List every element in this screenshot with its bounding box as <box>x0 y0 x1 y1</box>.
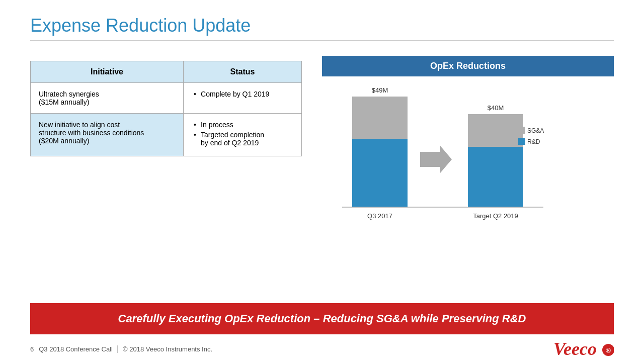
footer-separator: | <box>117 344 119 353</box>
svg-text:®: ® <box>606 347 611 354</box>
status-cell-2: In process Targeted completionby end of … <box>184 114 302 156</box>
initiative-cell-1: Ultratech synergies($15M annually) <box>31 83 184 114</box>
svg-text:Veeco: Veeco <box>553 339 597 358</box>
bar-sga-target <box>468 114 523 147</box>
opex-header: OpEx Reductions <box>322 56 614 76</box>
chart-section: OpEx Reductions $49M $40M <box>322 56 614 239</box>
initiative-table: Initiative Status Ultratech synergies($1… <box>30 61 302 156</box>
status-bullet: In process <box>192 121 293 129</box>
x-label-target: Target Q2 2019 <box>473 212 518 220</box>
opex-chart: $49M $40M Q3 2017 Target Q2 2019 SG&A <box>322 81 558 237</box>
status-bullet: Targeted completionby end of Q2 2019 <box>192 131 293 147</box>
footer: 6 Q3 2018 Conference Call | © 2018 Veeco… <box>0 336 644 362</box>
arrow-icon <box>420 146 452 173</box>
legend-rd-label: R&D <box>527 138 540 145</box>
slide: Expense Reduction Update Initiative Stat… <box>0 0 644 362</box>
footer-bottom: 6 Q3 2018 Conference Call | © 2018 Veeco… <box>30 336 614 362</box>
bar-sga-q3 <box>352 97 408 139</box>
veeco-svg: Veeco ® <box>553 336 614 358</box>
bar-label-q3: $49M <box>372 86 388 94</box>
veeco-logo-text: Veeco ® <box>553 336 614 362</box>
footer-conference: Q3 2018 Conference Call <box>39 345 113 353</box>
veeco-logo: Veeco ® <box>553 336 614 362</box>
page-title: Expense Reduction Update <box>30 15 614 36</box>
bottom-banner: Carefully Executing OpEx Reduction – Red… <box>30 303 614 334</box>
status-bullet: Complete by Q1 2019 <box>192 90 293 98</box>
status-cell-1: Complete by Q1 2019 <box>184 83 302 114</box>
x-label-q3: Q3 2017 <box>367 212 392 220</box>
banner-text: Carefully Executing OpEx Reduction – Red… <box>118 312 526 325</box>
content-area: Initiative Status Ultratech synergies($1… <box>0 46 644 244</box>
col1-header: Initiative <box>31 61 184 83</box>
bar-label-target: $40M <box>488 104 504 112</box>
col2-header: Status <box>184 61 302 83</box>
legend-rd-color <box>518 138 525 145</box>
table-section: Initiative Status Ultratech synergies($1… <box>30 56 302 239</box>
footer-copyright: © 2018 Veeco Instruments Inc. <box>123 345 212 353</box>
legend-sga-label: SG&A <box>527 127 544 134</box>
header-divider <box>30 40 614 41</box>
initiative-cell-2: New initiative to align coststructure wi… <box>31 114 184 156</box>
footer-page-number: 6 <box>30 345 34 353</box>
header: Expense Reduction Update <box>0 0 644 46</box>
bar-rd-target <box>468 147 523 207</box>
legend-sga-color <box>518 127 525 134</box>
table-row: New initiative to align coststructure wi… <box>31 114 302 156</box>
table-row: Ultratech synergies($15M annually) Compl… <box>31 83 302 114</box>
bar-rd-q3 <box>352 139 408 207</box>
